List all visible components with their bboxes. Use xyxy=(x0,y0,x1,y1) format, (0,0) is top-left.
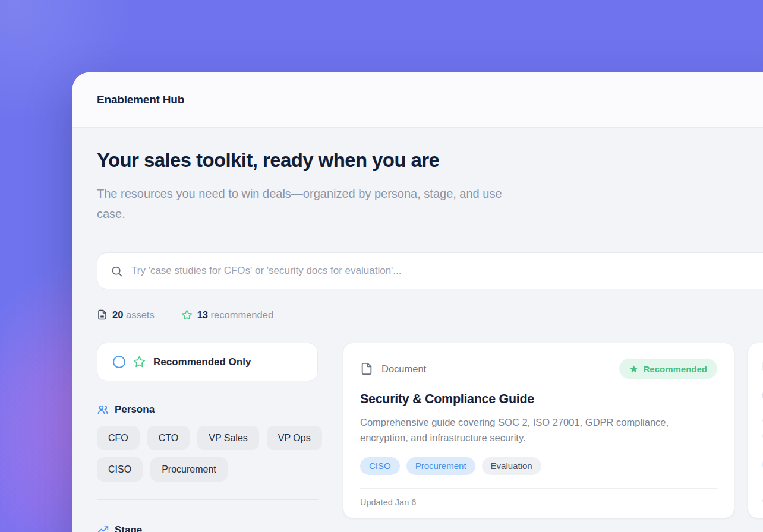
asset-type-label: Document xyxy=(382,363,426,375)
document-icon xyxy=(360,362,373,375)
recommended-label: recommended xyxy=(211,309,273,320)
stats-divider xyxy=(168,308,168,321)
tag-ciso: CISO xyxy=(360,457,400,475)
file-icon xyxy=(97,309,108,320)
assets-stat: 20 assets xyxy=(97,309,155,321)
radio-circle[interactable] xyxy=(113,356,125,368)
search-bar[interactable] xyxy=(97,252,763,289)
stage-section-header: Stage xyxy=(97,524,142,532)
search-icon xyxy=(111,265,123,277)
star-icon xyxy=(133,356,146,368)
tag-procurement: Procurement xyxy=(406,457,475,475)
persona-label: Persona xyxy=(115,404,155,416)
persona-section-header: Persona xyxy=(97,404,155,416)
recommended-only-toggle[interactable]: Recommended Only xyxy=(97,343,318,381)
content-area: Your sales toolkit, ready when you are T… xyxy=(72,128,763,532)
stage-label: Stage xyxy=(115,524,142,532)
search-input[interactable] xyxy=(131,265,763,277)
tag-evaluation: Evaluation xyxy=(482,457,541,475)
recommended-stat: 13 recommended xyxy=(181,309,273,321)
persona-chip-procurement[interactable]: Procurement xyxy=(150,457,228,482)
assets-label: assets xyxy=(126,309,155,320)
persona-chips: CFO CTO VP Sales VP Ops CISO Procurement xyxy=(97,426,329,482)
persona-chip-vp-ops[interactable]: VP Ops xyxy=(267,426,322,450)
window-header: Enablement Hub xyxy=(72,72,763,128)
asset-description: Comprehensive guide covering SOC 2, ISO … xyxy=(360,414,708,445)
enablement-hub-window: Enablement Hub Your sales toolkit, ready… xyxy=(72,72,763,532)
sidebar-divider xyxy=(97,499,318,500)
asset-card-security-compliance[interactable]: Document Recommended Security & Complian… xyxy=(343,343,734,518)
persona-chip-cto[interactable]: CTO xyxy=(147,426,190,450)
asset-title: Security & Compliance Guide xyxy=(360,392,717,407)
assets-count: 20 xyxy=(112,309,123,320)
recommended-only-label: Recommended Only xyxy=(153,356,251,368)
users-icon xyxy=(97,404,109,416)
asset-updated: Updated Jan 6 xyxy=(360,498,717,507)
asset-card-partial[interactable] xyxy=(748,343,763,518)
asset-type: Document xyxy=(360,362,426,375)
recommended-badge: Recommended xyxy=(619,359,717,379)
persona-chip-cfo[interactable]: CFO xyxy=(97,426,140,450)
star-icon xyxy=(629,365,638,373)
persona-chip-vp-sales[interactable]: VP Sales xyxy=(197,426,259,450)
page-title: Your sales toolkit, ready when you are xyxy=(97,149,439,172)
page-subtitle: The resources you need to win deals—orga… xyxy=(97,183,513,224)
stats-row: 20 assets 13 recommended xyxy=(97,307,273,322)
app-title: Enablement Hub xyxy=(97,93,184,106)
recommended-badge-label: Recommended xyxy=(643,364,707,374)
card-divider xyxy=(360,488,717,489)
persona-chip-ciso[interactable]: CISO xyxy=(97,457,143,482)
recommended-count: 13 xyxy=(197,309,208,320)
trending-up-icon xyxy=(97,524,109,532)
star-icon xyxy=(181,309,193,321)
asset-tags: CISO Procurement Evaluation xyxy=(360,457,717,475)
